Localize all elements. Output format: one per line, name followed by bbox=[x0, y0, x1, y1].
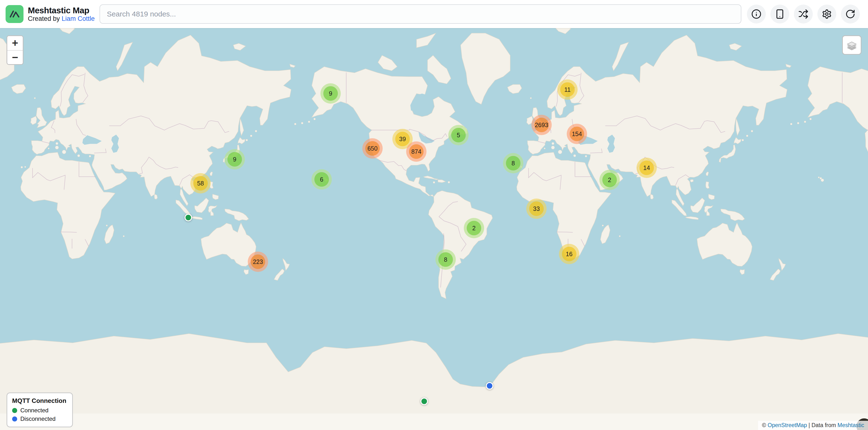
disconnected-dot-icon bbox=[12, 417, 17, 422]
meshtastic-logo-icon bbox=[8, 8, 21, 20]
cluster-marker[interactable]: 154 bbox=[567, 124, 587, 144]
cluster-marker[interactable]: 2 bbox=[464, 218, 484, 238]
cluster-marker[interactable]: 9 bbox=[224, 149, 245, 169]
cluster-count: 650 bbox=[365, 141, 380, 156]
cluster-marker[interactable]: 9 bbox=[320, 83, 341, 104]
node-marker-disconnected[interactable] bbox=[486, 382, 493, 390]
layers-icon bbox=[846, 39, 858, 51]
byline-author-link[interactable]: Liam Cottle bbox=[62, 15, 95, 22]
refresh-icon bbox=[845, 9, 856, 19]
mqtt-legend: MQTT Connection Connected Disconnected bbox=[6, 393, 73, 427]
gear-icon bbox=[822, 9, 832, 19]
attribution-middle: | Data from bbox=[807, 422, 837, 428]
search-input[interactable] bbox=[99, 4, 741, 24]
connected-dot-icon bbox=[12, 408, 17, 413]
device-button[interactable] bbox=[770, 5, 789, 24]
meshtastic-link[interactable]: Meshtastic bbox=[837, 422, 864, 428]
node-marker-connected[interactable] bbox=[421, 398, 428, 405]
cluster-marker[interactable]: 8 bbox=[435, 250, 456, 270]
world-map-svg bbox=[0, 28, 868, 430]
osm-link[interactable]: OpenStreetMap bbox=[768, 422, 807, 428]
cluster-marker[interactable]: 16 bbox=[559, 244, 579, 264]
cluster-count: 9 bbox=[323, 86, 338, 101]
zoom-in-button[interactable]: + bbox=[7, 36, 23, 50]
cluster-marker[interactable]: 223 bbox=[248, 252, 268, 272]
cluster-count: 874 bbox=[409, 144, 424, 159]
cluster-marker[interactable]: 58 bbox=[190, 173, 211, 194]
cluster-marker[interactable]: 11 bbox=[557, 79, 578, 100]
layers-control[interactable] bbox=[842, 35, 862, 55]
legend-row-disconnected: Disconnected bbox=[12, 416, 66, 422]
page-title: Meshtastic Map bbox=[28, 6, 95, 15]
cluster-marker[interactable]: 2693 bbox=[531, 115, 552, 135]
legend-label-disconnected: Disconnected bbox=[20, 416, 56, 422]
cluster-count: 11 bbox=[560, 82, 575, 97]
cluster-count: 9 bbox=[227, 152, 242, 167]
meshtastic-logo bbox=[6, 5, 24, 23]
cluster-marker[interactable]: 33 bbox=[526, 199, 547, 219]
cluster-marker[interactable]: 650 bbox=[362, 138, 383, 159]
attribution-copyright: © bbox=[762, 422, 768, 428]
shuffle-icon bbox=[798, 9, 808, 19]
node-marker-connected[interactable] bbox=[185, 214, 192, 221]
refresh-button[interactable] bbox=[841, 5, 860, 24]
cluster-count: 2 bbox=[467, 221, 481, 235]
random-node-button[interactable] bbox=[794, 5, 813, 24]
cluster-count: 223 bbox=[251, 255, 265, 269]
cluster-count: 8 bbox=[438, 252, 453, 267]
settings-button[interactable] bbox=[817, 5, 836, 24]
info-icon bbox=[751, 9, 762, 19]
app-header: Meshtastic Map Created by Liam Cottle bbox=[0, 0, 868, 28]
cluster-count: 5 bbox=[451, 128, 466, 142]
cluster-count: 16 bbox=[562, 247, 577, 261]
cluster-marker[interactable]: 14 bbox=[637, 158, 657, 178]
search-wrap bbox=[99, 4, 741, 24]
cluster-count: 14 bbox=[640, 161, 654, 175]
cluster-count: 33 bbox=[529, 201, 544, 216]
cluster-marker[interactable]: 5 bbox=[448, 125, 469, 145]
info-button[interactable] bbox=[747, 5, 766, 24]
title-block: Meshtastic Map Created by Liam Cottle bbox=[28, 6, 95, 23]
legend-row-connected: Connected bbox=[12, 407, 66, 414]
cluster-marker[interactable]: 8 bbox=[503, 153, 523, 173]
zoom-control: + − bbox=[6, 35, 24, 65]
smartphone-icon bbox=[775, 9, 785, 19]
legend-label-connected: Connected bbox=[20, 407, 49, 414]
cluster-count: 6 bbox=[314, 172, 329, 187]
cluster-marker[interactable]: 6 bbox=[311, 169, 332, 190]
byline: Created by Liam Cottle bbox=[28, 15, 95, 23]
cluster-count: 154 bbox=[569, 127, 584, 141]
cluster-marker[interactable]: 2 bbox=[599, 170, 620, 190]
legend-title: MQTT Connection bbox=[12, 397, 66, 405]
byline-prefix: Created by bbox=[28, 15, 62, 22]
cluster-marker[interactable]: 874 bbox=[406, 141, 427, 162]
cluster-count: 2693 bbox=[534, 118, 549, 132]
zoom-out-button[interactable]: − bbox=[7, 50, 23, 64]
cluster-count: 2 bbox=[602, 173, 617, 187]
map-attribution: © OpenStreetMap | Data from Meshtastic bbox=[758, 421, 868, 430]
cluster-count: 58 bbox=[193, 176, 208, 191]
cluster-count: 39 bbox=[395, 132, 410, 146]
world-map[interactable]: + − 911269315439650874589586142332168223… bbox=[0, 28, 868, 430]
cluster-count: 8 bbox=[506, 156, 521, 170]
